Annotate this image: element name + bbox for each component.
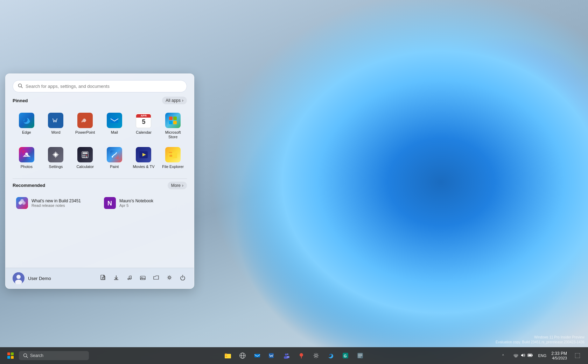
taskbar-app-file-explorer[interactable] [221, 349, 235, 363]
taskbar-app-app9[interactable]: G [338, 349, 352, 363]
svg-rect-86 [575, 353, 580, 358]
rec-notebook-text: Mauro's Notebook Apr 5 [119, 198, 153, 208]
pinned-app-paint[interactable]: Paint [100, 144, 128, 172]
taskbar-chevron-icon[interactable]: ^ [496, 349, 510, 363]
ppt-app-icon: P [77, 113, 93, 128]
taskbar: Search [0, 347, 588, 364]
user-bar: User Demo [6, 268, 194, 288]
volume-icon [520, 353, 525, 359]
pinned-apps-grid: Edge Word [13, 109, 187, 172]
svg-rect-58 [11, 356, 14, 359]
svg-rect-29 [169, 152, 172, 153]
svg-point-70 [287, 354, 288, 355]
rec-notebook-title: Mauro's Notebook [119, 198, 153, 203]
pinned-app-settings[interactable]: Settings [42, 144, 70, 172]
pinned-app-photos[interactable]: Photos [13, 144, 41, 172]
pinned-app-explorer[interactable]: File Explorer [159, 144, 187, 172]
start-search-bar[interactable] [13, 80, 187, 92]
start-search-input[interactable] [26, 84, 182, 89]
user-actions [99, 273, 187, 283]
taskbar-app-settings[interactable] [309, 349, 323, 363]
svg-rect-23 [86, 156, 87, 158]
taskbar-search[interactable]: Search [19, 351, 89, 360]
taskbar-app-app10[interactable] [353, 349, 367, 363]
edge-app-label: Edge [22, 130, 31, 135]
watermark-line1: Windows 11 Pro Insider Preview [534, 335, 584, 339]
pinned-app-calendar[interactable]: APR 5 Calendar [130, 109, 158, 142]
svg-rect-55 [7, 352, 10, 355]
recommended-title: Recommended [13, 183, 45, 188]
settings-app-label: Settings [49, 164, 63, 169]
svg-rect-63 [225, 356, 227, 357]
personal-folder-icon[interactable] [152, 273, 160, 283]
taskbar-center-icons: G [221, 349, 367, 363]
eval-watermark: Windows 11 Pro Insider Preview Evaluatio… [496, 335, 584, 345]
svg-rect-9 [169, 117, 173, 120]
all-apps-button[interactable]: All apps › [162, 97, 187, 104]
msstore-app-icon [165, 113, 181, 128]
power-icon[interactable] [178, 273, 187, 283]
svg-line-1 [21, 87, 23, 88]
pinned-app-calculator[interactable]: Calculator [71, 144, 99, 172]
svg-text:P: P [82, 120, 84, 123]
movies-app-icon [136, 147, 151, 162]
svg-rect-19 [84, 155, 85, 156]
svg-line-60 [27, 357, 28, 358]
pinned-title: Pinned [13, 98, 28, 103]
rec-item-whats-new[interactable]: What's new in Build 23451 Read release n… [13, 194, 99, 212]
pinned-app-msstore[interactable]: Microsoft Store [159, 109, 187, 142]
svg-point-73 [300, 353, 303, 357]
desktop: Pinned All apps › Edge [0, 0, 588, 364]
taskbar-app-pin1[interactable] [294, 349, 308, 363]
pinned-header: Pinned All apps › [13, 97, 187, 104]
svg-point-47 [130, 278, 131, 279]
taskbar-app-browser[interactable] [236, 349, 250, 363]
search-icon [18, 83, 23, 89]
notification-icon[interactable] [570, 349, 584, 363]
mail-app-icon [107, 113, 122, 128]
taskbar-app-edge[interactable] [324, 349, 338, 363]
rec-item-notebook[interactable]: N Mauro's Notebook Apr 5 [100, 194, 187, 212]
downloads-icon[interactable] [112, 273, 120, 283]
svg-point-46 [128, 278, 129, 280]
svg-rect-8 [111, 118, 118, 123]
svg-point-69 [285, 354, 287, 356]
svg-rect-67 [254, 354, 260, 357]
explorer-app-icon [165, 147, 181, 162]
svg-point-53 [169, 277, 170, 279]
photos-folder-icon[interactable] [139, 273, 147, 283]
taskbar-app-mail[interactable] [250, 349, 264, 363]
recommended-items: What's new in Build 23451 Read release n… [13, 194, 187, 212]
calc-app-icon [77, 147, 93, 162]
battery-icon [527, 353, 533, 359]
recommended-header: Recommended More › [13, 182, 187, 189]
watermark-line2: Evaluation copy. Build 23451.rs_prerelea… [496, 340, 584, 344]
clock-date[interactable]: 2:33 PM 4/5/2023 [549, 350, 569, 361]
pinned-app-mail[interactable]: Mail [100, 109, 128, 142]
svg-rect-18 [83, 155, 84, 156]
language-indicator[interactable]: ENG [537, 354, 548, 358]
svg-point-25 [112, 156, 113, 158]
taskbar-app-teams[interactable] [280, 349, 294, 363]
pinned-app-movies[interactable]: Movies & TV [130, 144, 158, 172]
svg-rect-74 [301, 356, 302, 358]
calendar-app-icon: APR 5 [136, 113, 151, 128]
documents-icon[interactable] [99, 273, 107, 283]
paint-app-label: Paint [110, 164, 119, 169]
system-icons[interactable] [511, 351, 535, 360]
music-icon[interactable] [125, 273, 134, 283]
edge-app-icon [19, 113, 34, 128]
user-avatar[interactable] [13, 272, 24, 284]
pinned-app-word[interactable]: Word [42, 109, 70, 142]
more-button[interactable]: More › [168, 182, 187, 189]
settings-user-action-icon[interactable] [165, 273, 174, 283]
taskbar-app-word[interactable] [265, 349, 279, 363]
time-display: 2:33 PM [551, 351, 567, 356]
pinned-app-powerpoint[interactable]: P PowerPoint [71, 109, 99, 142]
svg-rect-22 [84, 156, 85, 158]
svg-point-82 [516, 357, 517, 358]
start-button[interactable] [4, 349, 18, 363]
pinned-app-edge[interactable]: Edge [13, 109, 41, 142]
calc-app-label: Calculator [76, 164, 94, 169]
svg-text:N: N [107, 200, 112, 207]
